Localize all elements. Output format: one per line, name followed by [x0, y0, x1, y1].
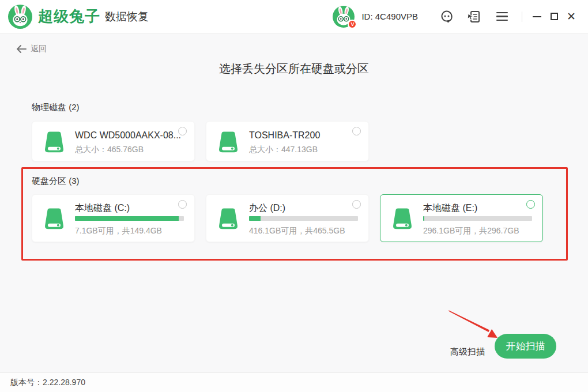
disk-radio[interactable] [178, 127, 187, 135]
back-label: 返回 [31, 44, 47, 54]
hard-drive-icon [42, 206, 67, 231]
vip-badge: V [348, 20, 357, 29]
disk-radio[interactable] [352, 127, 361, 135]
hard-drive-icon [216, 129, 241, 154]
close-button[interactable]: ✕ [563, 8, 580, 25]
disk-size: 总大小：465.76GB [75, 145, 144, 155]
support-headset-icon[interactable] [439, 9, 454, 24]
start-scan-button[interactable]: 开始扫描 [495, 334, 556, 359]
partition-name: 办公 (D:) [249, 202, 285, 214]
partition-radio[interactable] [526, 200, 535, 209]
partitions-label: 硬盘分区 (3) [32, 176, 80, 187]
usage-bar [423, 216, 532, 221]
disk-size: 总大小：447.13GB [249, 145, 318, 155]
partition-card-d[interactable]: 办公 (D:) 416.1GB可用，共465.5GB [206, 194, 369, 242]
hard-drive-icon [42, 129, 67, 154]
partition-space: 7.1GB可用，共149.4GB [75, 226, 162, 236]
version-label: 版本号：2.22.28.970 [10, 378, 85, 388]
disk-card-toshiba[interactable]: TOSHIBA-TR200 总大小：447.13GB [206, 121, 369, 161]
usage-fill [249, 216, 261, 221]
hamburger-menu-icon[interactable] [495, 9, 510, 24]
disk-name: TOSHIBA-TR200 [249, 130, 320, 141]
partition-name: 本地磁盘 (C:) [75, 202, 130, 214]
user-id-label: ID: 4C490VPB [361, 12, 418, 21]
page-title: 选择丢失分区所在硬盘或分区 [0, 61, 588, 77]
feedback-survey-icon[interactable] [467, 9, 482, 24]
rabbit-logo-icon [8, 5, 32, 29]
partition-space: 416.1GB可用，共465.5GB [249, 226, 345, 236]
footer-bar: 版本号：2.22.28.970 [0, 372, 588, 392]
partition-radio[interactable] [178, 200, 187, 209]
arrow-left-icon [16, 45, 27, 53]
usage-fill [75, 216, 179, 221]
brand-group: 超级兔子 数据恢复 [8, 5, 149, 29]
usage-bar [75, 216, 184, 221]
physical-disks-row: WDC WD5000AAKX-08... 总大小：465.76GB TOSHIB… [32, 121, 369, 161]
title-bar-right: V ID: 4C490VPB [333, 6, 580, 28]
brand-name: 超级兔子 [38, 6, 100, 27]
hard-drive-icon [216, 206, 241, 231]
partition-name: 本地磁盘 (E:) [423, 202, 477, 214]
avatar[interactable]: V [333, 6, 355, 28]
partition-card-e[interactable]: 本地磁盘 (E:) 296.1GB可用，共296.7GB [380, 194, 543, 242]
maximize-button[interactable] [545, 8, 563, 25]
app-window: 超级兔子 数据恢复 V [0, 0, 588, 392]
minimize-button[interactable] [528, 8, 545, 25]
advanced-scan-link[interactable]: 高级扫描 [450, 346, 485, 357]
partition-radio[interactable] [352, 200, 361, 209]
usage-fill [423, 216, 424, 221]
titlebar-divider [522, 12, 522, 22]
disk-card-wdc[interactable]: WDC WD5000AAKX-08... 总大小：465.76GB [32, 121, 195, 161]
usage-bar [249, 216, 358, 221]
title-bar: 超级兔子 数据恢复 V [0, 0, 588, 33]
annotation-arrow [446, 308, 503, 344]
partition-card-c[interactable]: 本地磁盘 (C:) 7.1GB可用，共149.4GB [32, 194, 195, 242]
partitions-row: 本地磁盘 (C:) 7.1GB可用，共149.4GB 办公 (D:) 416.1… [32, 194, 543, 242]
product-name: 数据恢复 [105, 9, 149, 24]
back-button[interactable]: 返回 [16, 44, 47, 54]
physical-disks-label: 物理磁盘 (2) [32, 102, 80, 113]
partition-space: 296.1GB可用，共296.7GB [423, 226, 519, 236]
disk-name: WDC WD5000AAKX-08... [75, 130, 181, 141]
hard-drive-icon [390, 206, 415, 231]
